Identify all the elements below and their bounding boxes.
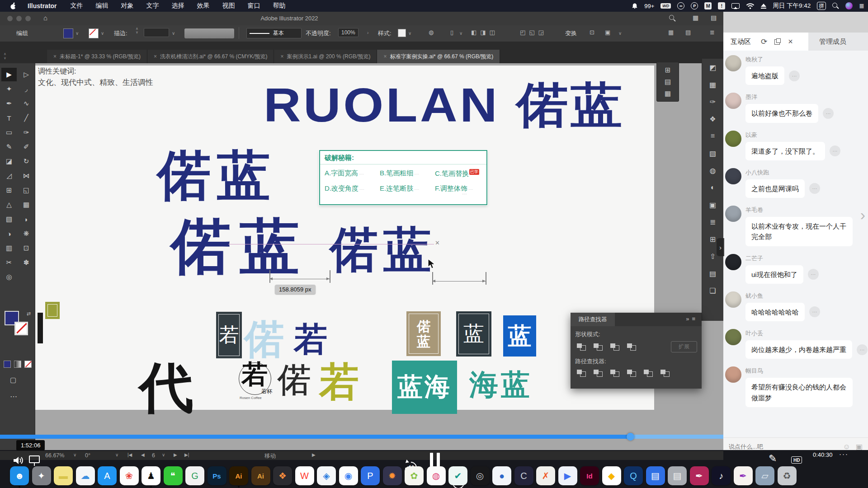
swap-fill-stroke-icon[interactable]: ⇄ — [27, 311, 31, 317]
minus-front-button[interactable] — [592, 342, 604, 352]
stroke-panel[interactable]: ≡ — [702, 127, 723, 145]
presenter-board-icon[interactable] — [29, 455, 40, 463]
b-app[interactable]: ▤ — [646, 466, 665, 485]
message-menu-button[interactable]: ··· — [809, 183, 820, 194]
blender[interactable]: ❖ — [273, 466, 292, 485]
caret-down-icon[interactable]: ∨ — [75, 31, 79, 36]
lasso-tool[interactable]: ◞ — [19, 82, 34, 96]
wd-icon[interactable]: WD — [660, 3, 671, 9]
document-setup-icon[interactable]: ▯ — [450, 29, 453, 36]
caret-down-icon[interactable]: ∨ — [115, 452, 118, 457]
caret-down-icon[interactable]: ∨ — [459, 31, 462, 36]
minus-back-button[interactable] — [659, 368, 671, 378]
message-menu-button[interactable]: ··· — [823, 108, 834, 119]
files-app[interactable]: ▤ — [668, 466, 687, 485]
safari[interactable]: ◈ — [317, 466, 336, 485]
stickies[interactable]: ▬ — [54, 466, 73, 485]
brushes-panel[interactable]: ✑ — [702, 93, 723, 110]
g-reader[interactable]: G — [185, 466, 204, 485]
curvature-tool[interactable]: ∿ — [19, 97, 34, 110]
free-transform-tool[interactable]: ⊞ — [1, 183, 17, 197]
bounding-box-icon[interactable]: ⊡ — [590, 29, 594, 36]
cinema4d[interactable]: C — [514, 466, 533, 485]
plant-app[interactable]: ✿ — [405, 466, 424, 485]
message-menu-button[interactable]: ··· — [809, 306, 820, 317]
caret-down-icon[interactable]: ∨ — [162, 452, 165, 457]
menu-item[interactable]: 视图 — [222, 2, 235, 10]
align-left-icon[interactable]: ◧◨◫ — [471, 29, 499, 36]
pathfinder-tab[interactable]: 路径查找器 — [571, 313, 615, 326]
progress-knob[interactable] — [627, 433, 634, 441]
trash[interactable]: ♻ — [778, 466, 797, 485]
wechat[interactable]: ❝ — [164, 466, 183, 485]
none-button[interactable] — [24, 361, 32, 368]
chrome[interactable]: ◉ — [339, 466, 358, 485]
symbol-sprayer-tool[interactable]: ❋ — [19, 227, 34, 240]
workspace-icon[interactable]: ▤ — [685, 29, 691, 36]
annotate-pencil-icon[interactable]: ✎ — [769, 453, 777, 465]
isolate-icon[interactable]: ▣ — [605, 29, 610, 36]
chevron-icon[interactable]: › — [367, 30, 368, 35]
menu-clock[interactable]: 周日 下午9:42 — [773, 2, 811, 10]
close-tab-icon[interactable]: × — [154, 53, 157, 60]
rotation-value[interactable]: 0° — [85, 452, 90, 459]
emoji-icon[interactable]: ☺ — [843, 443, 850, 451]
arrange-grid-icon[interactable]: ▦ — [668, 29, 674, 36]
eyedropper-tool[interactable]: ◗ — [19, 212, 34, 226]
caret-down-icon[interactable]: ∨ — [73, 452, 76, 457]
gradient-button[interactable] — [14, 361, 21, 368]
caret-down-icon[interactable]: ∨ — [408, 31, 411, 36]
teal-app[interactable]: ✔ — [448, 466, 467, 485]
tab-manage-members[interactable]: 管理成员 — [808, 33, 868, 51]
trim-button[interactable] — [592, 368, 604, 378]
rotate-tool[interactable]: ↻ — [19, 155, 34, 168]
menu-item[interactable]: 文字 — [146, 2, 159, 10]
layers-panel[interactable]: ≣ — [702, 213, 723, 230]
search-icon[interactable] — [669, 15, 676, 23]
color-wheel-app[interactable]: ◍ — [427, 466, 446, 485]
menu-item[interactable]: 对象 — [121, 2, 134, 10]
wifi-icon[interactable] — [746, 3, 755, 9]
parallels-icon[interactable]: P — [691, 2, 698, 9]
x-app[interactable]: ✗ — [536, 466, 555, 485]
creative-cloud-icon[interactable]: ∞ — [677, 2, 684, 9]
menu-item[interactable]: 窗口 — [248, 2, 260, 10]
eject-icon[interactable] — [761, 4, 766, 7]
photoshop[interactable]: Ps — [208, 466, 226, 485]
merge-button[interactable] — [609, 368, 621, 378]
color-button[interactable] — [4, 361, 11, 368]
artboard-tool[interactable]: ⊡ — [19, 241, 34, 255]
document-tab[interactable]: × 案例演示1.ai @ 200 % (RGB/预览) — [274, 50, 377, 63]
comments-panel[interactable]: ❏ — [702, 282, 723, 299]
menu-item[interactable]: 效果 — [197, 2, 210, 10]
message-menu-button[interactable]: ··· — [830, 145, 840, 156]
menu-app-name[interactable]: Illustrator — [28, 2, 57, 9]
opacity-value[interactable]: 100% — [338, 28, 359, 37]
close-tab-icon[interactable]: × — [383, 53, 387, 60]
document-tab[interactable]: × 未标题-1* @ 33.33 % (RGB/预览) — [47, 50, 147, 63]
cloud-drive[interactable]: ☁ — [76, 466, 95, 485]
align-panel[interactable]: ▤ — [657, 76, 679, 88]
menu-item[interactable]: 帮助 — [273, 2, 286, 10]
shape-builder-tool[interactable]: ◱ — [19, 183, 34, 197]
crop-button[interactable] — [625, 368, 638, 378]
next-artboard-icon[interactable]: ▶ — [174, 452, 177, 457]
alert-app-icon[interactable]: ! — [718, 2, 725, 9]
notification-count[interactable]: 99+ — [644, 3, 654, 9]
stroke-width-field[interactable] — [144, 28, 169, 37]
message-menu-button[interactable]: ··· — [857, 344, 868, 355]
airplay-display-icon[interactable] — [731, 3, 740, 9]
perspective-grid-tool[interactable]: △ — [1, 198, 17, 211]
exclude-button[interactable] — [625, 342, 638, 352]
stroke-stepper[interactable]: ∧∨ — [136, 27, 138, 34]
swatches-panel[interactable]: ▦ — [702, 76, 723, 93]
q-browser[interactable]: Q — [624, 466, 643, 485]
hd-quality-button[interactable]: HD — [791, 456, 802, 464]
transform-label[interactable]: 变换 — [565, 29, 577, 38]
type-tool[interactable]: T — [1, 111, 17, 125]
rectangle-tool[interactable]: ▭ — [1, 126, 17, 139]
width-tool[interactable]: ⋈ — [19, 169, 34, 183]
play-app[interactable]: ▶ — [558, 466, 577, 485]
transform-panel[interactable]: ⊞ — [657, 64, 679, 76]
unite-button[interactable] — [575, 342, 588, 352]
